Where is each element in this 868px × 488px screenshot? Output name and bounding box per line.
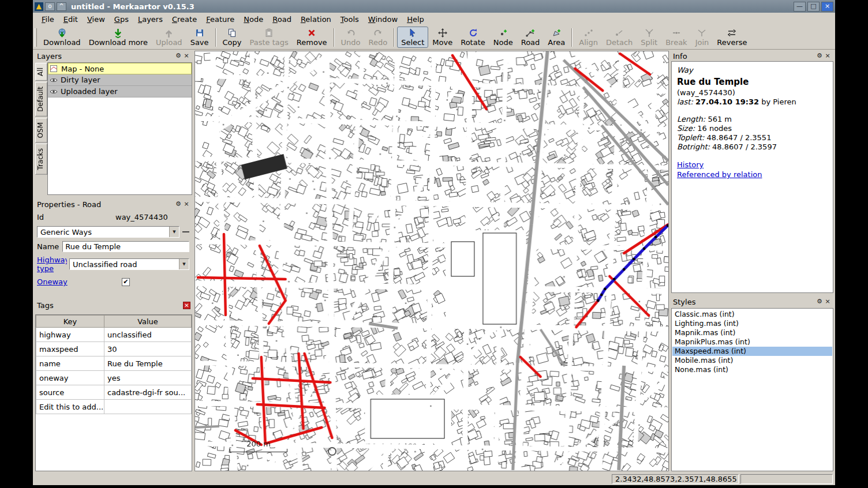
redo-button: Redo <box>365 27 392 48</box>
chevron-down-icon[interactable]: ▼ <box>169 227 179 237</box>
window-shade-button[interactable]: ^ <box>57 2 66 11</box>
area-button[interactable]: Area <box>544 27 569 48</box>
move-button[interactable]: Move <box>428 27 457 48</box>
id-value: way_4574430 <box>115 213 168 222</box>
style-item-mapnikplus[interactable]: MapnikPlus.mas (int) <box>672 337 832 347</box>
menu-road[interactable]: Road <box>268 14 296 25</box>
join-button: Join <box>691 27 713 48</box>
highway-type-combo[interactable]: Unclassified road ▼ <box>69 258 189 270</box>
menu-layers[interactable]: Layers <box>133 14 167 25</box>
main-area: Layers ⚙ × All Default OSM Tracks Map - <box>33 50 835 473</box>
layer-item-dirty[interactable]: Dirty layer <box>48 74 192 86</box>
gear-icon[interactable]: ⚙ <box>815 52 824 60</box>
name-input[interactable] <box>62 241 189 252</box>
menu-help[interactable]: Help <box>402 14 429 25</box>
close-icon[interactable]: × <box>182 200 190 208</box>
select-button[interactable]: Select <box>397 27 428 48</box>
split-icon <box>645 28 654 38</box>
style-item-lighting[interactable]: Lighting.mas (int) <box>672 319 832 328</box>
gear-icon[interactable]: ⚙ <box>815 298 824 306</box>
tag-row[interactable]: oneway yes <box>36 371 192 385</box>
oneway-checkbox[interactable]: ✔ <box>122 278 130 286</box>
map-view[interactable]: 200 m <box>194 51 669 471</box>
reverse-icon <box>727 28 736 38</box>
download-more-button[interactable]: Download more <box>85 27 152 48</box>
area-icon <box>552 28 561 38</box>
menu-node[interactable]: Node <box>239 14 268 25</box>
oneway-link[interactable]: Oneway <box>37 277 68 286</box>
copy-button[interactable]: Copy <box>219 27 246 48</box>
tags-value-header: Value <box>104 316 192 328</box>
tag-row-add[interactable]: Edit this to add... <box>36 400 192 414</box>
select-cursor-icon <box>408 28 417 38</box>
style-item-classic[interactable]: Classic.mas (int) <box>672 310 832 319</box>
menu-file[interactable]: File <box>37 14 59 25</box>
map-scale-label: 200 m <box>230 440 287 448</box>
tag-row[interactable]: name Rue du Temple <box>36 356 192 371</box>
remove-button[interactable]: Remove <box>293 27 331 48</box>
menu-feature[interactable]: Feature <box>201 14 239 25</box>
properties-panel: Properties - Road ⚙ × Id way_4574430 Gen… <box>35 199 192 296</box>
style-item-none[interactable]: None.mas (int) <box>672 365 832 374</box>
close-icon[interactable]: × <box>824 298 832 306</box>
menu-gps[interactable]: Gps <box>110 14 133 25</box>
node-button[interactable]: Node <box>489 27 517 48</box>
close-button[interactable]: × <box>821 2 833 12</box>
chevron-down-icon[interactable]: ▼ <box>179 259 189 269</box>
menu-edit[interactable]: Edit <box>59 14 83 25</box>
gear-icon[interactable]: ⚙ <box>174 200 182 208</box>
tags-panel-header: Tags ✕ <box>35 300 192 310</box>
reverse-button[interactable]: Reverse <box>713 27 751 48</box>
feature-type-combo[interactable]: Generic Ways ▼ <box>37 226 179 238</box>
layers-tab-all[interactable]: All <box>35 63 47 81</box>
layers-tab-tracks[interactable]: Tracks <box>35 144 47 175</box>
gear-icon[interactable]: ⚙ <box>174 52 182 60</box>
close-icon[interactable]: × <box>824 52 832 60</box>
style-item-mapnik[interactable]: Mapnik.mas (int) <box>672 328 832 337</box>
layers-tab-default[interactable]: Default <box>35 82 47 117</box>
menu-create[interactable]: Create <box>167 14 201 25</box>
layer-item-map[interactable]: Map - None <box>48 63 192 74</box>
save-icon <box>195 28 204 38</box>
id-label: Id <box>37 213 115 222</box>
layers-body: All Default OSM Tracks Map - None Dirty … <box>35 62 192 195</box>
map-canvas[interactable] <box>195 51 668 471</box>
eye-icon[interactable] <box>50 77 58 84</box>
name-label: Name <box>37 242 59 251</box>
break-icon <box>672 28 681 38</box>
minimize-button[interactable]: — <box>794 2 806 12</box>
layers-list: Map - None Dirty layer Uploaded layer <box>47 62 192 195</box>
road-button[interactable]: Road <box>517 27 544 48</box>
layer-item-uploaded[interactable]: Uploaded layer <box>48 86 192 97</box>
referenced-by-relation-link[interactable]: Referenced by relation <box>677 170 828 179</box>
eye-icon[interactable] <box>50 88 58 95</box>
save-button[interactable]: Save <box>186 27 213 48</box>
toolbar-separator <box>571 28 573 47</box>
menu-view[interactable]: View <box>83 14 110 25</box>
rotate-button[interactable]: Rotate <box>457 27 489 48</box>
toolbar: Download Download more Upload Save Copy … <box>33 26 835 50</box>
menu-relation[interactable]: Relation <box>296 14 336 25</box>
tags-close-icon[interactable]: ✕ <box>183 302 190 309</box>
style-item-maxspeed[interactable]: Maxspeed.mas (int) <box>672 347 832 356</box>
layers-tab-osm[interactable]: OSM <box>35 118 47 142</box>
tag-row[interactable]: highway unclassified <box>36 328 192 342</box>
highway-type-link[interactable]: Highway type <box>37 256 67 273</box>
tags-table-container: Key Value highway unclassified maxspeed … <box>35 314 192 471</box>
maximize-button[interactable]: □ <box>807 2 820 12</box>
style-item-mobile[interactable]: Mobile.mas (int) <box>672 356 832 365</box>
close-icon[interactable]: × <box>182 52 190 60</box>
tag-row[interactable]: source cadastre-dgi-fr sou... <box>36 385 192 400</box>
layers-tab-strip: All Default OSM Tracks <box>35 62 47 195</box>
layers-panel: Layers ⚙ × All Default OSM Tracks Map - <box>35 51 192 195</box>
history-link[interactable]: History <box>677 160 828 170</box>
window-menu-button[interactable]: o <box>45 2 55 11</box>
tag-row[interactable]: maxspeed 30 <box>36 342 192 356</box>
window-title: untitled - Merkaartor v0.15.3 <box>71 2 792 11</box>
menu-window[interactable]: Window <box>364 14 402 25</box>
menu-tools[interactable]: Tools <box>336 14 364 25</box>
toolbar-grip[interactable] <box>35 28 37 47</box>
download-button[interactable]: Download <box>39 27 85 48</box>
properties-panel-header: Properties - Road ⚙ × <box>35 199 192 209</box>
align-button: Align <box>575 27 602 48</box>
